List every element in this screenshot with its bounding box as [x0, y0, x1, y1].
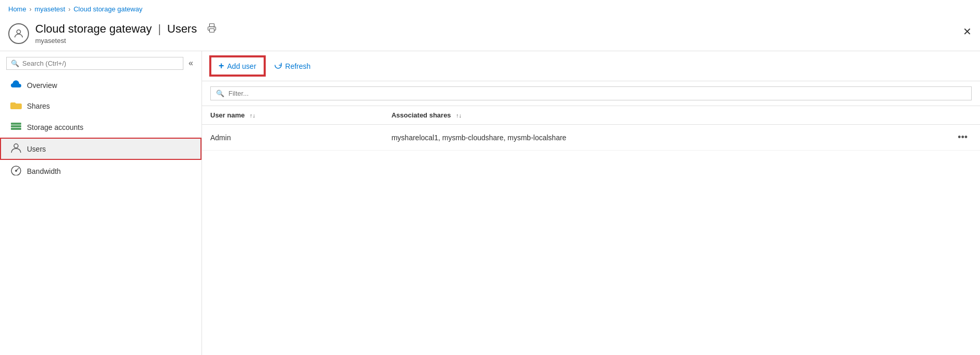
close-button[interactable]: ✕: [963, 26, 972, 37]
svg-rect-1: [210, 24, 214, 27]
sidebar: 🔍 « Overview Shares: [0, 51, 202, 355]
plus-icon: +: [219, 61, 224, 71]
refresh-button[interactable]: Refresh: [267, 58, 318, 74]
sidebar-item-label-users: Users: [27, 145, 46, 153]
breadcrumb: Home › myasetest › Cloud storage gateway: [0, 0, 980, 18]
search-icon: 🔍: [11, 60, 19, 67]
filter-icon: 🔍: [216, 90, 224, 97]
filter-input[interactable]: [228, 90, 966, 97]
svg-rect-5: [11, 125, 21, 127]
add-user-label: Add user: [227, 62, 256, 70]
cell-associated-shares: mysharelocal1, mysmb-cloudshare, mysmb-l…: [383, 125, 945, 151]
sort-username-icon[interactable]: ↑↓: [250, 114, 255, 118]
bandwidth-icon: [10, 165, 22, 177]
col-actions: [945, 106, 980, 125]
main-layout: 🔍 « Overview Shares: [0, 51, 980, 355]
section-name: Users: [167, 22, 197, 36]
resource-icon: [8, 23, 29, 44]
filter-box[interactable]: 🔍: [210, 86, 972, 100]
cell-row-menu: •••: [945, 125, 980, 151]
sidebar-item-users[interactable]: Users: [0, 138, 201, 160]
breadcrumb-resource[interactable]: myasetest: [35, 5, 65, 13]
header-subtitle: myasetest: [35, 37, 972, 45]
svg-point-9: [15, 170, 17, 172]
table-area: User name ↑↓ Associated shares ↑↓ Admin …: [202, 106, 980, 355]
svg-rect-6: [11, 128, 21, 130]
title-separator: |: [158, 22, 161, 36]
search-box[interactable]: 🔍: [6, 57, 183, 70]
table-body: Admin mysharelocal1, mysmb-cloudshare, m…: [202, 125, 980, 151]
col-associated-shares: Associated shares ↑↓: [383, 106, 945, 125]
users-table: User name ↑↓ Associated shares ↑↓ Admin …: [202, 106, 980, 151]
breadcrumb-home[interactable]: Home: [8, 5, 26, 13]
cell-username: Admin: [202, 125, 383, 151]
table-header: User name ↑↓ Associated shares ↑↓: [202, 106, 980, 125]
svg-point-3: [214, 27, 215, 28]
cloud-icon: [10, 80, 22, 90]
breadcrumb-sep-1: ›: [30, 6, 32, 13]
table-row: Admin mysharelocal1, mysmb-cloudshare, m…: [202, 125, 980, 151]
filter-row: 🔍: [202, 81, 980, 106]
add-user-button[interactable]: + Add user: [210, 56, 265, 76]
breadcrumb-sep-2: ›: [68, 6, 70, 13]
col-username: User name ↑↓: [202, 106, 383, 125]
sidebar-item-overview[interactable]: Overview: [0, 75, 201, 95]
sidebar-item-shares[interactable]: Shares: [0, 95, 201, 116]
search-input[interactable]: [22, 60, 179, 67]
page-header: Cloud storage gateway | Users myasetest …: [0, 18, 980, 51]
main-content: + Add user Refresh 🔍: [202, 51, 980, 355]
sidebar-item-label-bandwidth: Bandwidth: [27, 167, 61, 175]
sort-shares-icon[interactable]: ↑↓: [456, 114, 462, 118]
storage-icon: [10, 122, 22, 132]
sidebar-item-label-overview: Overview: [27, 81, 57, 90]
refresh-icon: [274, 61, 282, 71]
user-icon: [10, 143, 22, 155]
toolbar: + Add user Refresh: [202, 51, 980, 81]
refresh-label: Refresh: [285, 62, 311, 70]
sidebar-search-row: 🔍 «: [0, 51, 201, 75]
sidebar-item-label-storage: Storage accounts: [27, 123, 83, 131]
sidebar-item-storage-accounts[interactable]: Storage accounts: [0, 116, 201, 138]
print-icon[interactable]: [207, 22, 217, 36]
sidebar-item-bandwidth[interactable]: Bandwidth: [0, 160, 201, 182]
collapse-button[interactable]: «: [186, 56, 195, 70]
header-title-block: Cloud storage gateway | Users myasetest: [35, 22, 972, 45]
svg-rect-2: [210, 29, 214, 33]
svg-point-7: [14, 144, 18, 148]
row-menu-button[interactable]: •••: [954, 131, 972, 144]
resource-name: Cloud storage gateway: [35, 22, 152, 36]
page-title: Cloud storage gateway | Users: [35, 22, 972, 36]
svg-point-0: [17, 29, 20, 33]
folder-icon: [10, 100, 22, 111]
sidebar-item-label-shares: Shares: [27, 102, 50, 110]
svg-rect-4: [11, 123, 21, 125]
breadcrumb-current[interactable]: Cloud storage gateway: [74, 5, 142, 13]
